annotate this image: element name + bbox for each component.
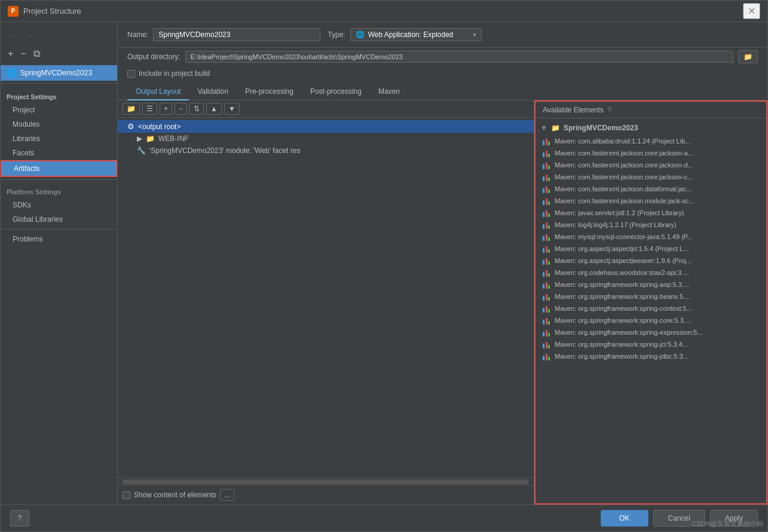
browse-button[interactable]: 📁 <box>738 50 758 63</box>
avail-item-3[interactable]: Maven: com.fasterxml.jackson.core:jackso… <box>536 171 766 183</box>
output-panel: 📁 ☰ + − ⇅ ▲ ▼ ⚙ <output root> <box>118 100 534 505</box>
maven-icon-17 <box>543 340 550 348</box>
sidebar-item-sdks[interactable]: SDKs <box>1 198 117 212</box>
avail-item-8[interactable]: Maven: mysql:mysql-connector-java:5.1.49… <box>536 231 766 243</box>
help-circle-button[interactable]: ? <box>10 510 29 527</box>
avail-item-9[interactable]: Maven: org.aspectj:aspectjrt:1.5.4 (Proj… <box>536 243 766 255</box>
main-content: ← → + − ⧉ 🌐 SpringMVCDemo2023 Project Se… <box>1 22 767 505</box>
available-panel: Available Elements ? ▼ 📁 SpringMVCDemo20… <box>534 100 767 505</box>
type-field-row: Type: 🌐 Web Application: Exploded ▾ <box>328 28 481 41</box>
output-down-btn[interactable]: ▼ <box>224 103 240 115</box>
artifact-name: SpringMVCDemo2023 <box>20 69 92 77</box>
output-list-btn[interactable]: ☰ <box>142 103 157 115</box>
project-settings-label: Project Settings <box>1 86 117 103</box>
include-build-row: Include in project build <box>118 68 767 84</box>
avail-item-2[interactable]: Maven: com.fasterxml.jackson.core:jackso… <box>536 159 766 171</box>
output-sort-btn[interactable]: ⇅ <box>189 103 204 115</box>
sidebar-item-problems[interactable]: Problems <box>1 232 117 246</box>
tab-pre-processing[interactable]: Pre-processing <box>237 84 302 100</box>
help-icon[interactable]: ? <box>607 105 611 114</box>
h-scrollbar-area <box>118 478 534 485</box>
sidebar-item-project[interactable]: Project <box>1 103 117 117</box>
sidebar-item-libraries[interactable]: Libraries <box>1 132 117 146</box>
avail-item-10[interactable]: Maven: org.aspectj:aspectjweaver:1.9.6 (… <box>536 255 766 267</box>
maven-icon-18 <box>543 352 550 360</box>
add-artifact-button[interactable]: + <box>5 47 16 60</box>
sidebar-item-facets[interactable]: Facets <box>1 146 117 160</box>
sidebar-item-global-libraries[interactable]: Global Libraries <box>1 212 117 227</box>
avail-item-4[interactable]: Maven: com.fasterxml.jackson.dataformat:… <box>536 183 766 195</box>
output-remove-btn[interactable]: − <box>175 103 187 115</box>
avail-item-7[interactable]: Maven: log4j:log4j:1.2.17 (Project Libra… <box>536 219 766 231</box>
include-build-checkbox[interactable] <box>127 70 135 78</box>
back-button[interactable]: ← <box>5 29 20 42</box>
type-label: Type: <box>328 30 345 39</box>
avail-item-12[interactable]: Maven: org.springframework:spring-aop:5.… <box>536 279 766 291</box>
show-content-row: Show content of elements ... <box>118 485 534 505</box>
tree-webinf[interactable]: ▶ 📁 WEB-INF <box>118 133 534 145</box>
avail-item-16[interactable]: Maven: org.springframework:spring-expres… <box>536 326 766 338</box>
copy-artifact-button[interactable]: ⧉ <box>31 47 42 60</box>
available-group[interactable]: ▼ 📁 SpringMVCDemo2023 <box>536 121 766 135</box>
maven-icon-4 <box>543 185 550 193</box>
artifact-list-item[interactable]: 🌐 SpringMVCDemo2023 <box>1 65 117 81</box>
name-label: Name: <box>127 30 148 39</box>
output-add-btn[interactable]: + <box>160 103 172 115</box>
ok-button[interactable]: OK <box>601 510 648 527</box>
avail-item-5[interactable]: Maven: com.fasterxml.jackson.module:jack… <box>536 195 766 207</box>
output-dir-input[interactable] <box>185 51 733 63</box>
maven-icon-13 <box>543 292 550 301</box>
type-value: Web Application: Exploded <box>368 30 454 39</box>
name-input[interactable] <box>153 28 320 41</box>
h-scrollbar[interactable] <box>123 479 529 484</box>
avail-item-13[interactable]: Maven: org.springframework:spring-beans … <box>536 291 766 302</box>
output-up-btn[interactable]: ▲ <box>206 103 222 115</box>
available-header: Available Elements ? <box>536 102 766 118</box>
tab-maven[interactable]: Maven <box>370 84 408 100</box>
type-icon: 🌐 <box>356 30 365 39</box>
panels-area: 📁 ☰ + − ⇅ ▲ ▼ ⚙ <output root> <box>118 100 767 505</box>
group-folder-icon: 📁 <box>551 124 560 132</box>
bottom-bar: ? OK Cancel Apply <box>1 505 767 531</box>
maven-icon-8 <box>543 233 550 241</box>
avail-item-11[interactable]: Maven: org.codehaus.woodstox:stax2-api:3… <box>536 267 766 279</box>
sidebar-item-artifacts[interactable]: Artifacts <box>1 160 117 177</box>
tree-output-root[interactable]: ⚙ <output root> <box>118 120 534 133</box>
avail-item-18[interactable]: Maven: org.springframework:spring-jdbc:5… <box>536 350 766 362</box>
maven-icon-1 <box>543 149 550 157</box>
maven-icon-5 <box>543 197 550 205</box>
tree-module-item[interactable]: 🔧 'SpringMVCDemo2023' module: 'Web' face… <box>118 145 534 157</box>
avail-item-6[interactable]: Maven: javax.servlet:jstl:1.2 (Project L… <box>536 207 766 219</box>
name-field-row: Name: <box>127 28 320 41</box>
type-select[interactable]: 🌐 Web Application: Exploded ▾ <box>350 28 482 41</box>
tab-validation[interactable]: Validation <box>189 84 237 100</box>
sidebar: ← → + − ⧉ 🌐 SpringMVCDemo2023 Project Se… <box>1 22 118 505</box>
cancel-button[interactable]: Cancel <box>653 510 705 527</box>
output-folder-btn[interactable]: 📁 <box>123 103 140 115</box>
show-content-checkbox[interactable] <box>123 491 130 499</box>
avail-item-14[interactable]: Maven: org.springframework:spring-contex… <box>536 302 766 314</box>
avail-item-15[interactable]: Maven: org.springframework:spring-core:5… <box>536 314 766 326</box>
group-name: SpringMVCDemo2023 <box>564 124 638 132</box>
tab-post-processing[interactable]: Post-processing <box>302 84 370 100</box>
sidebar-item-modules[interactable]: Modules <box>1 117 117 132</box>
forward-button[interactable]: → <box>22 29 36 42</box>
remove-artifact-button[interactable]: − <box>18 47 28 60</box>
close-button[interactable]: ✕ <box>743 3 760 19</box>
maven-icon-16 <box>543 328 550 337</box>
apply-button[interactable]: Apply <box>710 510 758 527</box>
maven-icon-6 <box>543 209 550 217</box>
separator-1 <box>1 83 117 84</box>
output-dir-row: Output directory: 📁 <box>118 48 767 68</box>
avail-item-0[interactable]: Maven: com.alibaba:druid:1.1.24 (Project… <box>536 135 766 147</box>
separator-2 <box>1 179 117 180</box>
avail-item-1[interactable]: Maven: com.fasterxml.jackson.core:jackso… <box>536 147 766 159</box>
output-tree: ⚙ <output root> ▶ 📁 WEB-INF 🔧 'SpringMVC… <box>118 118 534 478</box>
more-options-btn[interactable]: ... <box>220 489 234 501</box>
output-toolbar: 📁 ☰ + − ⇅ ▲ ▼ <box>118 100 534 118</box>
tab-output-layout[interactable]: Output Layout <box>127 84 189 100</box>
dropdown-arrow-icon: ▾ <box>473 30 476 39</box>
show-content-label: Show content of elements <box>134 491 216 499</box>
avail-item-17[interactable]: Maven: org.springframework:spring-jcl:5.… <box>536 338 766 350</box>
separator-3 <box>1 229 117 230</box>
